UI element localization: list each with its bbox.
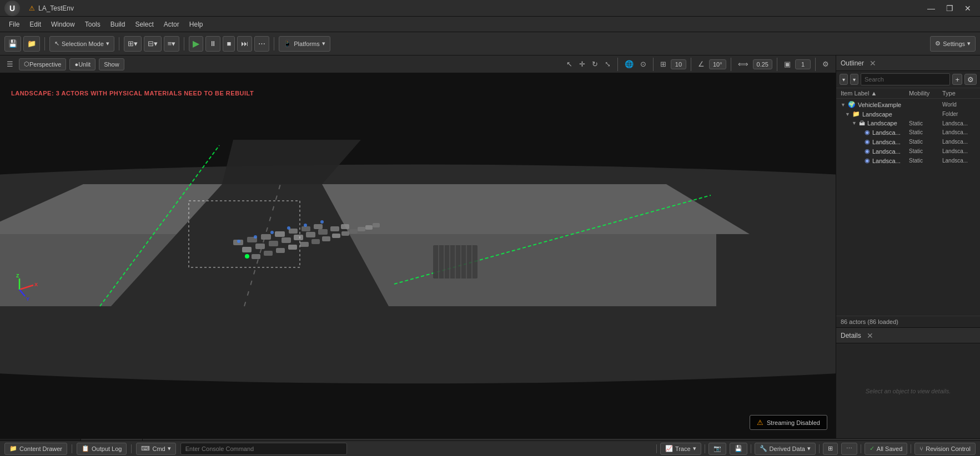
save-button[interactable]: 💾 [4,36,21,52]
angle-value[interactable]: 10° [709,59,726,69]
pause-button[interactable]: ⏸ [205,36,220,52]
select-tool[interactable]: ↖ [564,59,575,69]
screen-value[interactable]: 1 [795,59,811,69]
screen-icon[interactable]: ▣ [782,59,793,69]
viewport-menu-button[interactable]: ☰ [4,59,16,69]
snap-btn-3[interactable]: ≡▾ [164,36,180,52]
tree-mobility: Static [909,129,942,135]
outliner-close[interactable]: ✕ [867,59,878,68]
derived-data-button[interactable]: 🔧 Derived Data ▾ [755,443,816,455]
col-mobility[interactable]: Mobility [909,90,942,97]
minimize-button[interactable]: — [923,3,939,13]
play-button[interactable]: ▶ [189,36,203,52]
unlit-button[interactable]: ● Unlit [69,58,96,70]
grid-value[interactable]: 10 [671,59,686,69]
menu-build[interactable]: Build [106,19,130,30]
scale-tool[interactable]: ⤡ [602,59,613,69]
menu-window[interactable]: Window [47,19,79,30]
tree-row[interactable]: ▶ ◉ Landsca... Static Landsca... [836,156,980,165]
revision-control-button[interactable]: ⑂ Revision Control [914,443,976,455]
tree-row[interactable]: ▶ ◉ Landsca... Static Landsca... [836,137,980,146]
outliner-filter-toggle[interactable]: ▾ [850,74,858,85]
selection-mode-button[interactable]: ↖ Selection Mode ▾ [49,36,114,52]
camera-icon-btn[interactable]: 📷 [708,443,726,455]
open-button[interactable]: 📁 [23,36,40,52]
outliner-add-button[interactable]: + [952,74,962,85]
grid-layout-btn[interactable]: ⊞ [823,443,838,455]
tree-row[interactable]: ▼ 🌍 VehicleExample World [836,100,980,109]
col-type[interactable]: Type [942,90,976,97]
viewport-warning: LANDSCAPE: 3 ACTORS WITH PHYSICAL MATERI… [11,90,254,97]
skip-button[interactable]: ⏭ [237,36,252,52]
viewport-settings-icon[interactable]: ⚙ [820,59,831,69]
col-label[interactable]: Item Label ▲ [841,90,909,97]
world-icon[interactable]: 🌐 [622,59,636,69]
menu-actor[interactable]: Actor [159,19,184,30]
trace-button[interactable]: 📈 Trace ▾ [660,443,701,455]
svg-rect-16 [242,247,252,252]
map-warning-icon: ⚠ [29,4,35,12]
stop-button[interactable]: ■ [223,36,235,52]
close-button[interactable]: ✕ [960,3,976,13]
snap-btn-1[interactable]: ⊞▾ [124,36,142,52]
tree-icon-component: ◉ [865,138,870,145]
title-bar-left: U ⚠ LA_TestEnv [4,1,74,16]
rotate-tool[interactable]: ↻ [590,59,600,69]
output-log-label: Output Log [92,445,122,452]
platforms-button[interactable]: 📱 Platforms ▾ [279,36,330,52]
outliner-toolbar: ▾ ▾ + ⚙ [836,71,980,88]
tree-label: Landscape [862,111,892,118]
snap-btn-2[interactable]: ⊟▾ [144,36,162,52]
details-title: Details [841,332,861,340]
outliner-settings-button[interactable]: ⚙ [964,74,977,85]
cmd-button[interactable]: ⌨ Cmd ▾ [136,443,175,455]
camera-icon[interactable]: ⊙ [638,59,649,69]
unreal-engine-logo[interactable]: U [4,1,20,16]
outliner-filter-button[interactable]: ▾ [840,74,848,85]
unlit-label: Unlit [78,61,91,68]
tree-row[interactable]: ▼ 📁 Landscape Folder [836,109,980,119]
menu-file[interactable]: File [4,19,24,30]
angle-icon[interactable]: ∠ [696,59,707,69]
map-name: LA_TestEnv [38,4,74,12]
tree-label: VehicleExample [858,102,901,108]
toolbar-right: ⚙ Settings ▾ [930,36,976,52]
right-panel: Outliner ✕ ▾ ▾ + ⚙ Item Label ▲ Mobility… [836,55,980,438]
move-tool[interactable]: ✛ [577,59,587,69]
perspective-button[interactable]: ⬡ Perspective [19,58,66,70]
perspective-label: Perspective [29,61,61,68]
status-sep-6 [819,444,820,453]
cmd-icon: ⌨ [141,445,150,452]
derived-data-icon: 🔧 [760,445,767,452]
output-log-button[interactable]: 📋 Output Log [77,443,127,455]
tree-row[interactable]: ▶ ◉ Landsca... Static Landsca... [836,128,980,137]
menu-select[interactable]: Select [130,19,158,30]
console-command-input[interactable] [180,443,347,455]
show-button[interactable]: Show [99,58,124,70]
tree-row[interactable]: ▶ ◉ Landsca... Static Landsca... [836,146,980,156]
scale-icon[interactable]: ⟺ [736,59,751,69]
tree-row[interactable]: ▼ 🏔 Landscape Static Landsca... [836,119,980,128]
grid-icon[interactable]: ⊞ [658,59,669,69]
more-button[interactable]: ⋯ [254,36,269,52]
vp-sep-5 [777,58,777,71]
svg-rect-15 [314,224,323,229]
content-drawer-button[interactable]: 📁 Content Drawer [4,443,67,455]
tree-icon-component: ◉ [865,129,870,136]
tree-type: Landsca... [942,139,976,145]
all-saved-button[interactable]: ✓ All Saved [865,443,907,455]
tree-mobility: Static [909,139,942,145]
menu-help[interactable]: Help [185,19,208,30]
settings-button[interactable]: ⚙ Settings ▾ [930,36,976,52]
menu-edit[interactable]: Edit [25,19,46,30]
viewport[interactable]: X Z Y LANDSCAPE: 3 ACTORS WITH PHYSICAL … [0,73,836,438]
maximize-button[interactable]: ❐ [942,3,958,13]
outliner-search-input[interactable] [861,73,950,85]
scale-value[interactable]: 0.25 [753,59,772,69]
selection-mode-label: Selection Mode [62,40,104,47]
details-close[interactable]: ✕ [865,331,876,340]
platforms-label: Platforms [294,40,319,47]
more-status-btn[interactable]: ⋯ [841,443,857,455]
menu-tools[interactable]: Tools [81,19,105,30]
save-icon-btn[interactable]: 💾 [730,443,747,455]
